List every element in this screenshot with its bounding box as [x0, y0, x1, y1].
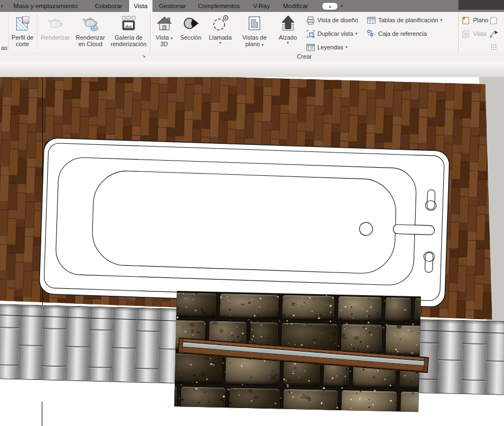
faucet-bar — [393, 224, 435, 235]
tablas-planificacion-button[interactable]: Tablas de planificación ▾ — [367, 15, 442, 26]
button-label: Renderizar — [41, 34, 70, 41]
duplicar-vista-button[interactable]: Duplicar vista ▾ — [306, 28, 358, 39]
pipe-column[interactable] — [486, 321, 504, 395]
separator — [8, 14, 9, 50]
revit-window: r Masa y emplazamiento Colaborar Vista G… — [0, 0, 504, 426]
dropdown-icon: ▾ — [346, 45, 348, 49]
legend-icon — [306, 43, 315, 52]
leyendas-button[interactable]: Leyendas ▾ — [306, 42, 347, 53]
button-label: Alzado — [279, 34, 297, 41]
scope-box-icon — [367, 29, 376, 39]
tab-colaborar[interactable]: Colaborar — [90, 0, 127, 12]
shelf-right-cap — [423, 358, 428, 372]
button-label: Sección — [180, 34, 201, 41]
teapot-render-icon — [46, 14, 65, 33]
new-sheet-icon — [462, 16, 471, 25]
button-label: Caja de referencia — [378, 30, 427, 37]
button-label: Renderizar — [76, 34, 105, 41]
tab-masa-y-emplazamiento[interactable]: Masa y emplazamiento — [9, 0, 82, 12]
section-marker-icon — [182, 14, 200, 33]
render-gallery-icon — [119, 14, 138, 33]
button-label: Duplicar vista — [317, 30, 353, 37]
caja-de-referencia-button[interactable]: Caja de referencia — [367, 28, 427, 39]
vista-de-diseno-button[interactable]: Vista de diseño — [306, 15, 358, 26]
tab-vray[interactable]: V-Ray — [248, 0, 275, 12]
guide-grid-button[interactable] — [489, 42, 499, 53]
ribbon: as Perfil de corte Renderizar — [0, 12, 504, 52]
dropdown-icon: ▾ — [261, 43, 264, 47]
callout-icon — [211, 14, 229, 33]
tab-complementos[interactable]: Complementos — [193, 0, 245, 12]
button-label: en Cloud — [78, 41, 102, 47]
button-label: Plano — [473, 17, 488, 23]
duplicate-view-icon — [306, 29, 315, 39]
panel-launcher-icon[interactable]: ↘ — [142, 53, 146, 59]
button-label: Llamada — [209, 34, 232, 41]
truncated-button-label[interactable]: as — [1, 44, 8, 51]
vista-sheet-button[interactable]: Vista — [462, 28, 486, 39]
button-label: Vista — [156, 34, 169, 41]
schedule-table-icon — [367, 16, 376, 25]
pipe-column[interactable] — [135, 308, 160, 383]
dropdown-icon: ▾ — [287, 41, 289, 45]
wall-edge-line-lower — [42, 402, 42, 426]
options-bar — [0, 62, 504, 78]
button-label: Vista de diseño — [317, 17, 358, 23]
button-label: Tablas de planificación — [378, 17, 438, 23]
sheet-icon — [489, 16, 499, 25]
ribbon-panel-labels: ↘ Crear — [0, 52, 504, 62]
button-label: corte — [16, 41, 29, 47]
plan-view-icon — [245, 14, 264, 33]
minimize-ribbon-caret-icon[interactable]: ▾ — [341, 4, 343, 8]
plano-button[interactable]: Plano — [462, 15, 488, 26]
minimize-ribbon-button[interactable]: ▴ — [322, 2, 338, 10]
tab-gestionar[interactable]: Gestionar — [154, 0, 191, 12]
button-label: 3D — [160, 41, 168, 47]
button-label: renderización — [111, 41, 146, 47]
button-label: Perfil de — [11, 34, 33, 41]
button-label: Vista — [473, 30, 486, 37]
dropdown-icon: ▾ — [355, 31, 358, 36]
drafting-view-icon — [306, 16, 315, 25]
guide-grid-icon — [489, 43, 499, 52]
titleblock-icon — [489, 29, 499, 39]
tab-modificar[interactable]: Modificar — [278, 0, 313, 12]
ribbon-tab-bar: r Masa y emplazamiento Colaborar Vista G… — [0, 0, 504, 12]
dropdown-icon: ▾ — [170, 36, 173, 40]
cut-profile-icon — [14, 14, 32, 33]
crear-panel-label: Crear — [150, 53, 458, 60]
tab-truncated[interactable]: r — [0, 0, 4, 12]
titlebar-dark-corner — [458, 0, 504, 10]
titleblock-button[interactable] — [489, 28, 499, 39]
minimize-ribbon-icon: ▴ — [329, 4, 331, 8]
dropdown-icon: ▾ — [219, 41, 221, 45]
button-label: Galería de — [114, 34, 142, 41]
tab-vista[interactable]: Vista — [129, 0, 152, 12]
drain-circle — [359, 222, 373, 236]
teapot-cloud-render-icon — [81, 14, 100, 33]
dropdown-icon: ▾ — [441, 18, 443, 22]
drawing-canvas[interactable] — [0, 77, 504, 426]
sheet-blank-button[interactable] — [489, 15, 499, 26]
button-label: plano — [245, 41, 260, 47]
view-on-sheet-icon — [462, 29, 471, 39]
house-3d-view-icon — [155, 14, 174, 33]
button-label: Vistas de — [242, 34, 266, 41]
elevation-marker-icon — [279, 14, 297, 33]
button-label: Leyendas — [317, 44, 343, 50]
bathtub-plan[interactable] — [38, 137, 451, 309]
separator — [37, 14, 37, 50]
